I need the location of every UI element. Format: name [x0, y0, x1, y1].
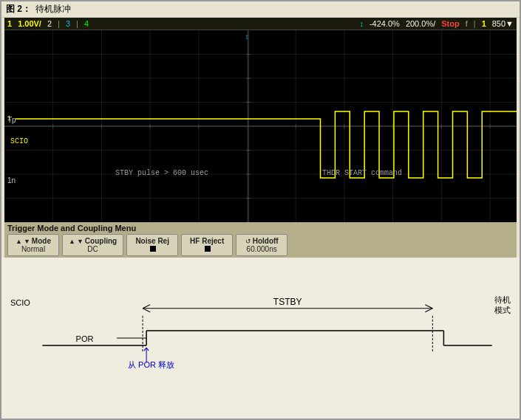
fig-label-row: 图 2： 待机脉冲	[1, 1, 520, 18]
mode-down-arrow: ▼	[24, 238, 30, 245]
offset-value: -424.0%	[370, 19, 400, 28]
mode-up-arrow: ▲	[16, 238, 22, 245]
tp-annotation: Tp	[7, 116, 16, 124]
mode-value: Normal	[21, 245, 45, 253]
ch-right: 1	[482, 19, 486, 28]
waveform: ↕ 1	[4, 30, 517, 222]
coupling-label: Coupling	[85, 237, 117, 245]
diagram-standby-label: 待机 模式	[494, 295, 511, 316]
ch1-scale: 1.00V/	[18, 19, 41, 28]
ch1-indicator: 1	[7, 19, 12, 28]
ch4-indicator: 4	[84, 19, 89, 28]
noise-rej-label: Noise Rej	[135, 237, 169, 245]
scope-menu: Trigger Mode and Coupling Menu ▲ ▼ Mode …	[4, 222, 517, 258]
svg-line-39	[425, 305, 432, 309]
stby-annotation: STBY pulse > 600 usec	[115, 169, 208, 177]
scope-screen: ↕ 1 SCIO Tp 1n STBY pulse > 600 usec THD…	[4, 30, 517, 222]
coupling-up-arrow: ▲	[69, 238, 75, 245]
fig-title: 待机脉冲	[35, 3, 71, 16]
trigger-type: f	[466, 19, 468, 28]
holdoff-button[interactable]: ↺ Holdoff 60.000ns	[236, 234, 287, 256]
scope-status: Stop	[441, 19, 459, 28]
1n-annotation: 1n	[7, 176, 16, 185]
ch3-indicator: 3	[66, 19, 70, 28]
svg-text:TSTBY: TSTBY	[273, 297, 302, 307]
svg-text:POR: POR	[76, 334, 94, 343]
timing-diagram: TSTBY POR 从 POR 释放 SCI	[1, 258, 520, 419]
hf-reject-button[interactable]: HF Reject	[181, 234, 233, 256]
mode-button[interactable]: ▲ ▼ Mode Normal	[7, 234, 59, 256]
holdoff-label: Holdoff	[253, 237, 279, 245]
timing-diagram-svg: TSTBY POR 从 POR 释放	[1, 258, 520, 419]
noise-rej-square	[150, 246, 156, 252]
scope-status-bar: 1 1.00V/ 2 | 3 | 4 ↕ -424.0% 200.0%/ Sto…	[4, 18, 517, 30]
menu-buttons: ▲ ▼ Mode Normal ▲ ▼ Coupling DC	[7, 234, 514, 256]
ch1-number: 1	[7, 19, 12, 28]
noise-rej-button[interactable]: Noise Rej	[126, 234, 178, 256]
coupling-button[interactable]: ▲ ▼ Coupling DC	[62, 234, 123, 256]
hf-reject-label: HF Reject	[190, 237, 224, 245]
mode-label: Mode	[32, 237, 51, 245]
holdoff-value: 60.000ns	[247, 245, 277, 253]
ch2-indicator: 2	[47, 19, 52, 28]
main-container: 图 2： 待机脉冲 1 1.00V/ 2 | 3 | 4 ↕ -424.0% 2…	[0, 0, 521, 420]
holdoff-icon: ↺	[245, 238, 251, 245]
svg-line-40	[425, 309, 432, 312]
pts-label: 850▼	[492, 19, 514, 28]
diagram-scio-label: SCIO	[10, 298, 30, 307]
fig-number: 图 2：	[6, 3, 31, 16]
svg-text:↕: ↕	[245, 32, 249, 41]
svg-text:从 POR 释放: 从 POR 释放	[128, 360, 174, 369]
hf-reject-square	[205, 246, 211, 252]
coupling-down-arrow: ▼	[77, 238, 84, 245]
oscilloscope: 1 1.00V/ 2 | 3 | 4 ↕ -424.0% 200.0%/ Sto…	[4, 18, 517, 258]
menu-title: Trigger Mode and Coupling Menu	[7, 224, 514, 233]
thdr-annotation: THDR START command	[322, 169, 402, 177]
time-div: 200.0%/	[406, 19, 435, 28]
coupling-value: DC	[87, 245, 98, 253]
svg-line-38	[143, 309, 150, 312]
scio-annotation: SCIO	[10, 137, 28, 145]
trigger-arrow: ↕	[359, 19, 364, 28]
svg-line-37	[143, 305, 150, 309]
